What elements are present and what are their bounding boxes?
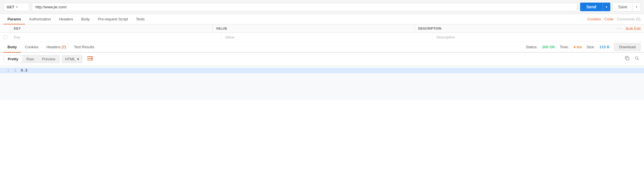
method-selector[interactable]: GET ▾ [3, 3, 29, 11]
more-options-icon[interactable]: ··· [617, 26, 622, 31]
tab-params[interactable]: Params [3, 14, 25, 24]
col-key-label: KEY [14, 27, 21, 30]
send-button-group: Send ▾ [580, 3, 610, 11]
tab-tests[interactable]: Tests [132, 14, 148, 24]
view-toggle-group: Pretty Raw Preview [3, 55, 60, 63]
method-label: GET [7, 5, 14, 9]
send-dropdown-button[interactable]: ▾ [603, 3, 610, 11]
format-chevron-icon: ▾ [77, 57, 79, 61]
view-pretty-button[interactable]: Pretty [4, 55, 22, 63]
row-value[interactable]: Value [222, 33, 433, 42]
size-value: 215 B [599, 45, 609, 49]
url-input[interactable] [32, 3, 578, 11]
row-checkbox[interactable] [0, 33, 10, 41]
view-preview-button[interactable]: Preview [38, 55, 59, 63]
size-label: Size: [587, 45, 595, 49]
comments-link[interactable]: Comments (0) [617, 17, 641, 21]
tab-authorization[interactable]: Authorization [25, 14, 55, 24]
headers-badge: (7) [62, 45, 66, 49]
format-selector[interactable]: HTML ▾ [62, 55, 82, 63]
tab-headers[interactable]: Headers [55, 14, 77, 24]
line-number: 1 [12, 69, 20, 73]
col-desc-label: DESCRIPTION [418, 27, 442, 30]
svg-rect-3 [626, 57, 629, 60]
params-columns: KEY VALUE DESCRIPTION ··· Bulk Edit [10, 24, 644, 32]
status-value: 200 OK [542, 45, 555, 49]
method-chevron-icon: ▾ [16, 5, 18, 9]
resp-tab-headers[interactable]: Headers (7) [42, 42, 70, 52]
send-button[interactable]: Send [580, 3, 603, 11]
response-meta: Status: 200 OK Time: 4 ms Size: 215 B Do… [526, 43, 641, 51]
format-label: HTML [65, 57, 75, 61]
cookies-link[interactable]: Cookies [588, 17, 601, 21]
time-value: 4 ms [573, 45, 582, 49]
bulk-edit-button[interactable]: Bulk Edit [626, 26, 641, 31]
save-dropdown-button[interactable]: ▾ [632, 3, 640, 11]
svg-line-5 [638, 59, 639, 60]
save-button-group: Save ▾ [613, 2, 641, 11]
response-body-toolbar: Pretty Raw Preview HTML ▾ [0, 53, 644, 65]
params-actions: ··· Bulk Edit [617, 26, 644, 31]
request-tabs-right: Cookies Code Comments (0) [588, 17, 641, 21]
row-description[interactable]: Description [433, 33, 644, 42]
url-bar: GET ▾ Send ▾ Save ▾ [0, 0, 644, 14]
view-raw-button[interactable]: Raw [22, 55, 38, 63]
status-label: Status: [526, 45, 538, 49]
params-header: KEY VALUE DESCRIPTION ··· Bulk Edit [0, 24, 644, 33]
search-button[interactable] [634, 55, 641, 63]
download-button[interactable]: Download [614, 43, 641, 51]
response-toolbar-right [624, 55, 641, 63]
line-content: 9.3 [20, 68, 27, 73]
save-button[interactable]: Save [613, 3, 632, 11]
svg-point-4 [635, 57, 638, 59]
line-info-icon: i [0, 69, 12, 72]
tab-body[interactable]: Body [77, 14, 94, 24]
resp-tab-body[interactable]: Body [3, 42, 21, 52]
row-checkbox-input[interactable] [3, 35, 7, 39]
row-key[interactable]: Key [10, 33, 222, 42]
code-line: i 1 9.3 [0, 68, 644, 73]
wrap-icon [87, 56, 93, 62]
request-tabs: Params Authorization Headers Body Pre-re… [0, 14, 644, 24]
wrap-button[interactable] [85, 55, 96, 63]
col-value-label: VALUE [216, 27, 227, 30]
tab-prerequest[interactable]: Pre-request Script [94, 14, 132, 24]
code-link[interactable]: Code [605, 17, 613, 21]
response-tabs: Body Cookies Headers (7) Test Results St… [0, 42, 644, 53]
response-code-area: i 1 9.3 [0, 65, 644, 100]
resp-tab-cookies[interactable]: Cookies [21, 42, 43, 52]
params-check-col [0, 24, 10, 32]
copy-button[interactable] [624, 55, 631, 63]
resp-tab-test-results[interactable]: Test Results [70, 42, 98, 52]
table-row: Key Value Description [0, 33, 644, 42]
time-label: Time: [560, 45, 569, 49]
